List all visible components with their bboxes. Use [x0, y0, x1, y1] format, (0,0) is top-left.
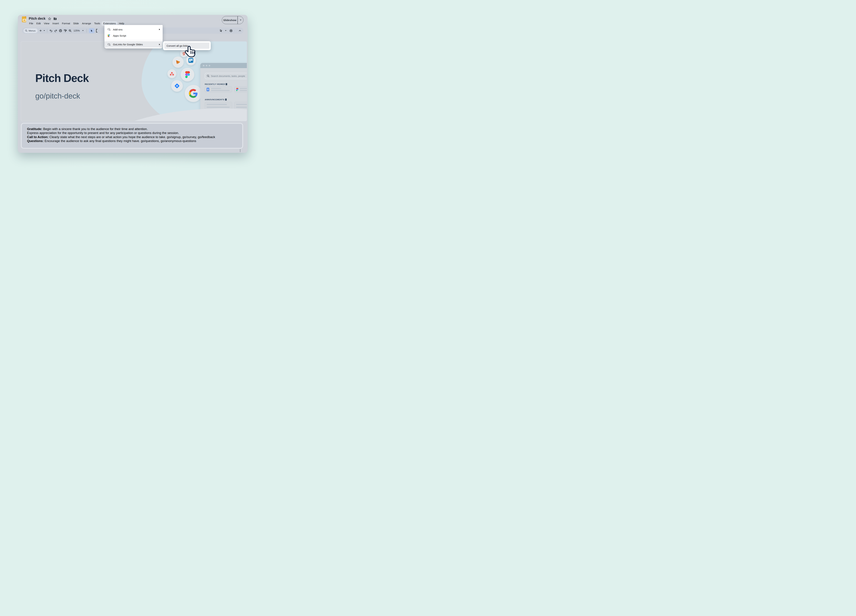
window-dot-icon	[209, 65, 210, 66]
new-slide-caret[interactable]	[43, 28, 45, 33]
paint-format-button[interactable]	[64, 28, 67, 33]
jira-icon	[171, 80, 183, 92]
slide-title-text[interactable]: Pitch Deck	[35, 72, 89, 84]
menu-arrange[interactable]: Arrange	[80, 22, 92, 26]
freshworks-icon	[172, 57, 184, 68]
pointer-tool-button[interactable]	[220, 28, 223, 33]
printer-icon	[59, 29, 62, 32]
hand-pointer-cursor-icon	[185, 46, 197, 59]
menu-item-label: Add-ons	[113, 28, 159, 31]
zoom-button[interactable]	[68, 28, 72, 33]
announcements-heading: ANNOUNCEMENTS	[205, 98, 227, 101]
zoom-in-icon	[68, 29, 72, 32]
screenshot-stage: Pitch deck Slideshow File Edit View Inse…	[0, 0, 268, 168]
slideshow-dropdown-caret[interactable]	[238, 20, 243, 21]
block-cursor-icon	[225, 98, 227, 101]
asana-icon	[168, 69, 176, 78]
menu-item-label: GoLinks for Google Slides	[113, 43, 159, 46]
menu-format[interactable]: Format	[60, 22, 72, 26]
google-icon	[185, 85, 202, 102]
caret-down-icon	[82, 30, 84, 31]
menu-item-addons[interactable]: Add-ons	[105, 26, 163, 32]
menu-separator	[105, 40, 163, 40]
collapse-toolbar-button[interactable]	[239, 28, 241, 33]
caret-down-icon	[43, 30, 45, 31]
menu-item-golinks[interactable]: GoLinks for Google Slides	[105, 41, 163, 48]
scrollbar-fragment[interactable]	[240, 149, 240, 152]
textbox-tool-partial-icon[interactable]	[96, 29, 97, 32]
figma-icon	[181, 68, 194, 81]
new-slide-button[interactable]	[39, 28, 42, 33]
figma-icon	[236, 88, 238, 91]
mock-search-placeholder: Search documents, tasks, people	[211, 75, 245, 77]
menu-insert[interactable]: Insert	[51, 22, 60, 26]
slide-subtitle-text[interactable]: go/pitch-deck	[35, 92, 80, 100]
redo-button[interactable]	[54, 28, 57, 33]
slideshow-button-label: Slideshow	[222, 18, 237, 22]
menu-edit[interactable]: Edit	[35, 22, 42, 26]
menu-slide[interactable]: Slide	[72, 22, 80, 26]
menu-tools[interactable]: Tools	[92, 22, 102, 26]
menus-pill-label: Menus	[29, 29, 35, 32]
google-docs-icon	[206, 88, 209, 91]
chevron-right-icon	[159, 44, 160, 45]
caret-down-icon	[225, 30, 226, 31]
recently-viewed-heading: RECENTLY VIEWED	[205, 83, 227, 85]
google-slides-logo-icon	[22, 17, 26, 22]
block-cursor-icon	[226, 83, 227, 85]
notes-line: Questions: Encourage the audience to ask…	[27, 139, 215, 143]
chevron-up-icon	[239, 30, 241, 31]
window-dot-icon	[206, 65, 207, 66]
undo-button[interactable]	[49, 28, 52, 33]
record-button[interactable]	[229, 28, 232, 33]
paint-roller-icon	[64, 29, 67, 32]
mock-browser-titlebar	[200, 63, 247, 68]
plus-icon	[39, 29, 42, 32]
undo-icon	[49, 29, 52, 32]
speaker-notes-panel[interactable]: Gratitude: Begin with a sincere thank yo…	[21, 123, 243, 149]
menu-view[interactable]: View	[42, 22, 51, 26]
window-dot-icon	[203, 65, 205, 66]
notes-line: Gratitude: Begin with a sincere thank yo…	[27, 127, 215, 131]
mock-search-field: Search documents, tasks, people	[205, 73, 247, 79]
addon-square-plus-icon	[108, 43, 111, 46]
search-icon	[207, 75, 209, 77]
chevron-right-icon	[159, 29, 160, 30]
menu-item-apps-script[interactable]: Apps Script	[105, 32, 163, 39]
redo-icon	[54, 29, 57, 32]
search-icon	[25, 29, 28, 32]
recent-doc-card	[205, 86, 232, 92]
notes-line: Call to Action: Clearly state what the n…	[27, 135, 215, 139]
zoom-level[interactable]: 125%	[73, 28, 80, 33]
recent-figma-card	[234, 86, 247, 92]
speaker-notes-text: Gratitude: Begin with a sincere thank yo…	[27, 127, 215, 143]
slide-canvas[interactable]: Pitch Deck go/pitch-deck g	[21, 41, 247, 121]
zoom-level-value: 125%	[74, 29, 80, 32]
star-icon[interactable]	[48, 17, 51, 20]
apps-script-icon	[108, 34, 111, 37]
addon-square-plus-icon	[108, 28, 111, 31]
menu-file[interactable]: File	[28, 22, 35, 26]
print-button[interactable]	[59, 28, 62, 33]
laser-pointer-icon	[220, 29, 223, 32]
slideshow-button[interactable]: Slideshow	[222, 16, 243, 24]
select-cursor-icon	[90, 29, 93, 32]
pointer-tool-caret[interactable]	[225, 28, 226, 33]
zoom-caret[interactable]	[82, 28, 84, 33]
menus-search-pill[interactable]: Menus	[23, 28, 38, 33]
move-folder-icon[interactable]	[54, 17, 57, 20]
extensions-dropdown-menu: Add-ons Apps Script GoLinks for Google S…	[105, 25, 163, 48]
notes-line: Express appreciation for the opportunity…	[27, 131, 215, 135]
record-icon	[229, 29, 232, 32]
select-tool-button[interactable]	[89, 28, 94, 33]
document-title[interactable]: Pitch deck	[29, 17, 46, 20]
menu-item-label: Apps Script	[113, 34, 160, 37]
